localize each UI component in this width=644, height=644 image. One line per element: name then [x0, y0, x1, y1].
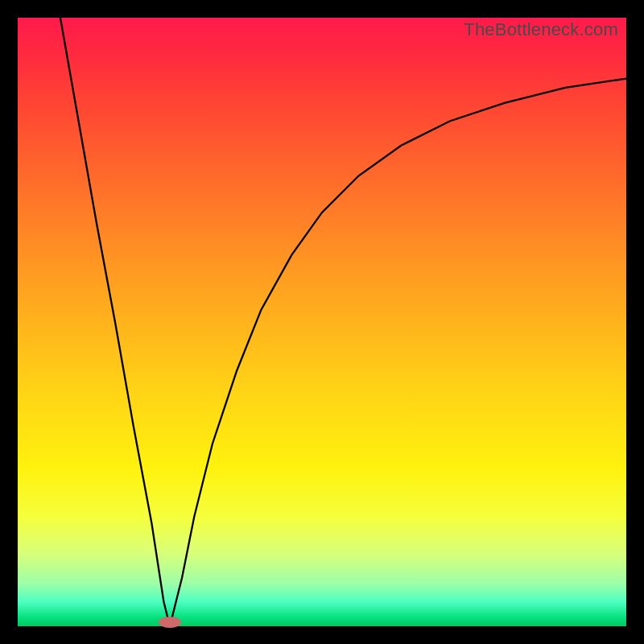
bottleneck-curve — [18, 18, 626, 626]
chart-plot-area: TheBottleneck.com — [18, 18, 626, 626]
optimum-marker — [159, 617, 181, 628]
curve-left-branch — [60, 18, 170, 626]
chart-frame: TheBottleneck.com — [0, 0, 644, 644]
curve-right-branch — [170, 79, 626, 626]
